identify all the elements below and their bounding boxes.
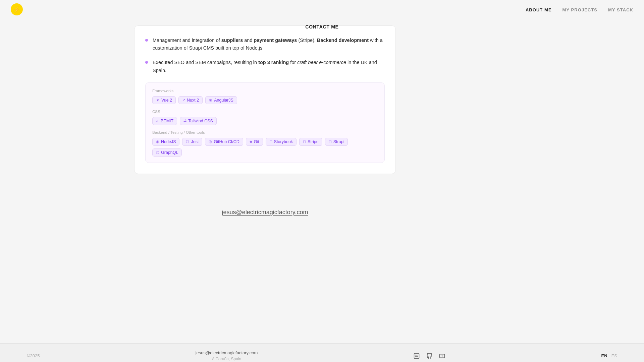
- experience-card: Management and integration of suppliers …: [134, 25, 396, 174]
- tag-tailwind-label: Tailwind CSS: [188, 119, 213, 123]
- tech-group-frameworks: Frameworks ▼ Vue 2 ↗ Nuxt 2 ◉ AngularJS: [152, 89, 378, 104]
- jest-icon: ⬡: [186, 139, 189, 144]
- css-label: CSS: [152, 110, 378, 114]
- tag-storybook-label: Storybook: [274, 139, 293, 144]
- tag-stripe: ◻ Stripe: [299, 138, 322, 146]
- dev-icon[interactable]: [439, 353, 445, 359]
- nav-item-projects[interactable]: MY PROJECTS: [562, 7, 597, 12]
- backend-tags: ◉ NodeJS ⬡ Jest ◎ GitHub CI/CD ◆: [152, 138, 378, 157]
- contact-section: jesus@electricmagicfactory.com: [134, 182, 396, 236]
- tag-bemit-label: BEMIT: [161, 119, 173, 123]
- main-content: Management and integration of suppliers …: [121, 19, 423, 343]
- tag-graphql: ◎ GraphQL: [152, 148, 182, 157]
- tech-group-backend: Backend / Testing / Other tools ◉ NodeJS…: [152, 130, 378, 157]
- frameworks-label: Frameworks: [152, 89, 378, 93]
- tag-angularjs: ◉ AngularJS: [205, 96, 237, 104]
- bullet-list: Management and integration of suppliers …: [145, 37, 385, 74]
- lang-es[interactable]: ES: [611, 353, 617, 358]
- nav-logo[interactable]: ⚡: [11, 3, 23, 15]
- tag-jest: ⬡ Jest: [182, 138, 202, 146]
- tag-angularjs-label: AngularJS: [214, 98, 233, 103]
- tag-jest-label: Jest: [191, 139, 199, 144]
- bullet-dot: [145, 61, 148, 64]
- tech-section: Frameworks ▼ Vue 2 ↗ Nuxt 2 ◉ AngularJS: [145, 82, 385, 163]
- nav-item-stack[interactable]: MY STACK: [608, 7, 633, 12]
- nav-links: ABOUT ME MY PROJECTS MY STACK: [526, 7, 633, 12]
- nav-item-about[interactable]: ABOUT ME: [526, 7, 552, 12]
- footer-location: A Coruña, Spain: [212, 357, 241, 361]
- tag-git: ◆ Git: [246, 138, 263, 146]
- tailwind-icon: ⇄: [183, 119, 186, 123]
- bullet-text-1: Management and integration of suppliers …: [153, 37, 385, 52]
- list-item: Executed SEO and SEM campaigns, resultin…: [145, 59, 385, 74]
- footer-lang: EN ES: [601, 353, 617, 358]
- tech-group-css: CSS ↙ BEMIT ⇄ Tailwind CSS: [152, 110, 378, 125]
- nodejs-icon: ◉: [156, 139, 159, 144]
- tag-strapi-label: Strapi: [333, 139, 344, 144]
- storybook-icon: ◻: [269, 139, 272, 144]
- footer-email: jesus@electricmagicfactory.com: [196, 350, 258, 355]
- strapi-icon: ◻: [329, 139, 332, 144]
- bemit-icon: ↙: [156, 119, 159, 123]
- linkedin-icon[interactable]: [413, 353, 420, 359]
- graphql-icon: ◎: [156, 150, 159, 155]
- css-tags: ↙ BEMIT ⇄ Tailwind CSS: [152, 117, 378, 125]
- tag-git-label: Git: [254, 139, 259, 144]
- tag-nodejs-label: NodeJS: [161, 139, 176, 144]
- nav-link-about[interactable]: ABOUT ME: [526, 7, 552, 12]
- tag-storybook: ◻ Storybook: [266, 138, 297, 146]
- tag-nuxt-label: Nuxt 2: [187, 98, 199, 103]
- github-footer-icon[interactable]: [426, 353, 433, 359]
- vue-icon: ▼: [156, 98, 160, 102]
- tag-graphql-label: GraphQL: [161, 150, 178, 155]
- nuxt-icon: ↗: [182, 98, 185, 102]
- bullet-dot: [145, 39, 148, 42]
- navbar: ⚡ ABOUT ME MY PROJECTS MY STACK: [0, 0, 644, 19]
- nav-link-projects[interactable]: MY PROJECTS: [562, 7, 597, 12]
- footer-center: jesus@electricmagicfactory.com A Coruña,…: [196, 350, 258, 361]
- stripe-icon: ◻: [303, 139, 306, 144]
- contact-email-link[interactable]: jesus@electricmagicfactory.com: [222, 209, 308, 216]
- tag-github-label: GitHub CI/CD: [214, 139, 239, 144]
- tag-strapi: ◻ Strapi: [325, 138, 348, 146]
- lang-en[interactable]: EN: [601, 353, 607, 358]
- footer-icons: [413, 353, 445, 359]
- tag-nodejs: ◉ NodeJS: [152, 138, 179, 146]
- lightning-icon: ⚡: [13, 6, 20, 13]
- sidebar-item-contact[interactable]: CONTACT ME: [305, 24, 338, 29]
- bullet-text-2: Executed SEO and SEM campaigns, resultin…: [153, 59, 385, 74]
- tag-stripe-label: Stripe: [308, 139, 319, 144]
- tag-vue-label: Vue 2: [161, 98, 172, 103]
- github-icon: ◎: [209, 139, 212, 144]
- tag-bemit: ↙ BEMIT: [152, 117, 177, 125]
- frameworks-tags: ▼ Vue 2 ↗ Nuxt 2 ◉ AngularJS: [152, 96, 378, 104]
- tag-github-cicd: ◎ GitHub CI/CD: [205, 138, 243, 146]
- page-wrapper: BIO MY EXPERIENCE CONTACT ME Management …: [0, 0, 644, 343]
- sidebar: BIO MY EXPERIENCE CONTACT ME: [0, 19, 121, 52]
- nav-link-stack[interactable]: MY STACK: [608, 7, 633, 12]
- angular-icon: ◉: [209, 98, 212, 102]
- list-item: Management and integration of suppliers …: [145, 37, 385, 52]
- footer: ©2025 jesus@electricmagicfactory.com A C…: [0, 343, 644, 362]
- backend-label: Backend / Testing / Other tools: [152, 130, 378, 134]
- tag-tailwind: ⇄ Tailwind CSS: [180, 117, 217, 125]
- footer-copyright: ©2025: [27, 353, 40, 358]
- tag-nuxt: ↗ Nuxt 2: [178, 96, 203, 104]
- tag-vue: ▼ Vue 2: [152, 96, 176, 104]
- git-icon: ◆: [250, 139, 252, 144]
